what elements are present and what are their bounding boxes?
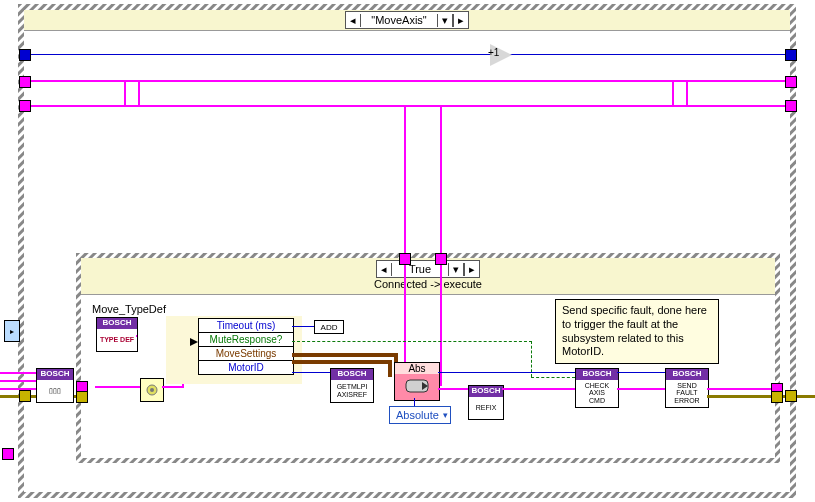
tunnel-bottom (2, 448, 14, 460)
tunnel-outer (19, 100, 31, 112)
inner-case-selector[interactable]: ◂ True ▾ ▸ (376, 260, 480, 278)
unbundle-helper[interactable] (140, 378, 164, 402)
comment-text: Send specific fault, done here to trigge… (562, 304, 707, 357)
add-node[interactable]: ADD (314, 320, 344, 334)
refix-vi[interactable]: BOSCH REFIX (468, 385, 504, 420)
bosch-header: BOSCH (37, 369, 73, 380)
inner-case-subtitle: Connected -> execute (81, 278, 775, 290)
unbundle-by-name[interactable]: Timeout (ms) MuteResponse? MoveSettings … (198, 318, 294, 375)
tunnel-outer (785, 76, 797, 88)
unbundle-item-timeout: Timeout (ms) (199, 319, 293, 332)
inner-case-dropdown[interactable]: ▾ (448, 263, 464, 276)
checkaxis-body: CHECK AXIS CMD (576, 380, 618, 407)
unbundle-item-mute: MuteResponse? (199, 332, 293, 346)
bosch-header: BOSCH (666, 369, 708, 380)
wire-movesettings (292, 353, 398, 357)
outer-case-dropdown[interactable]: ▾ (437, 14, 453, 27)
tunnel-outer (785, 100, 797, 112)
svg-point-7 (150, 388, 154, 392)
unbundle-item-motorid: MotorID (199, 360, 293, 374)
increment-label: +1 (488, 47, 499, 58)
wire-movesettings (388, 360, 392, 377)
dropdown-icon: ▾ (443, 410, 448, 420)
getmlpi-axisref-vi[interactable]: BOSCH GETMLPI AXISREF (330, 368, 374, 403)
comment-note: Send specific fault, done here to trigge… (555, 299, 719, 364)
wire-muteresponse (292, 341, 532, 342)
absolute-mode-label: Absolute (396, 409, 439, 421)
wire-movesettings (292, 360, 392, 364)
inner-case-prev[interactable]: ◂ (377, 263, 392, 276)
bosch-header: BOSCH (469, 386, 503, 397)
tunnel-error (19, 390, 31, 402)
bosch-header: BOSCH (576, 369, 618, 380)
send-fault-error-vi[interactable]: BOSCH SEND FAULT ERROR (665, 368, 709, 408)
outer-case-label: "MoveAxis" (361, 14, 437, 26)
unbundle-item-movesettings: MoveSettings (199, 346, 293, 360)
outer-case-next[interactable]: ▸ (453, 14, 468, 27)
tunnel-error (785, 390, 797, 402)
tunnel-outer (19, 49, 31, 61)
typedef-label: Move_TypeDef (92, 303, 166, 315)
tunnel-inner (76, 391, 88, 403)
wire-muteresponse (531, 377, 575, 378)
sendfault-body: SEND FAULT ERROR (666, 380, 708, 407)
outer-case-prev[interactable]: ◂ (346, 14, 361, 27)
bosch-header: BOSCH (331, 369, 373, 380)
outer-case-selector[interactable]: ◂ "MoveAxis" ▾ ▸ (345, 11, 469, 29)
typedef-node[interactable]: BOSCH TYPE DEF (96, 317, 138, 352)
tunnel-inner (771, 391, 783, 403)
svg-marker-8 (190, 338, 198, 346)
wire-motorid (292, 372, 330, 373)
left-bosch-vi[interactable]: BOSCH ▯▯▯ (36, 368, 74, 403)
left-terminal: ▸ (4, 320, 20, 342)
tunnel-inner (435, 253, 447, 265)
absolute-mode-selector[interactable]: Absolute ▾ (389, 406, 451, 424)
refix-body: REFIX (469, 397, 503, 419)
add-label: ADD (321, 323, 338, 332)
bosch-header: BOSCH (97, 318, 137, 329)
check-axis-cmd-vi[interactable]: BOSCH CHECK AXIS CMD (575, 368, 619, 408)
getmlpi-body: GETMLPI AXISREF (331, 380, 373, 402)
tunnel-outer (19, 76, 31, 88)
tunnel-outer (785, 49, 797, 61)
typedef-body: TYPE DEF (97, 329, 137, 351)
inner-case-next[interactable]: ▸ (464, 263, 479, 276)
increment-node: +1 (490, 44, 512, 66)
abs-label: Abs (395, 363, 439, 374)
tunnel-inner (399, 253, 411, 265)
abs-move-node[interactable]: Abs (394, 362, 440, 401)
